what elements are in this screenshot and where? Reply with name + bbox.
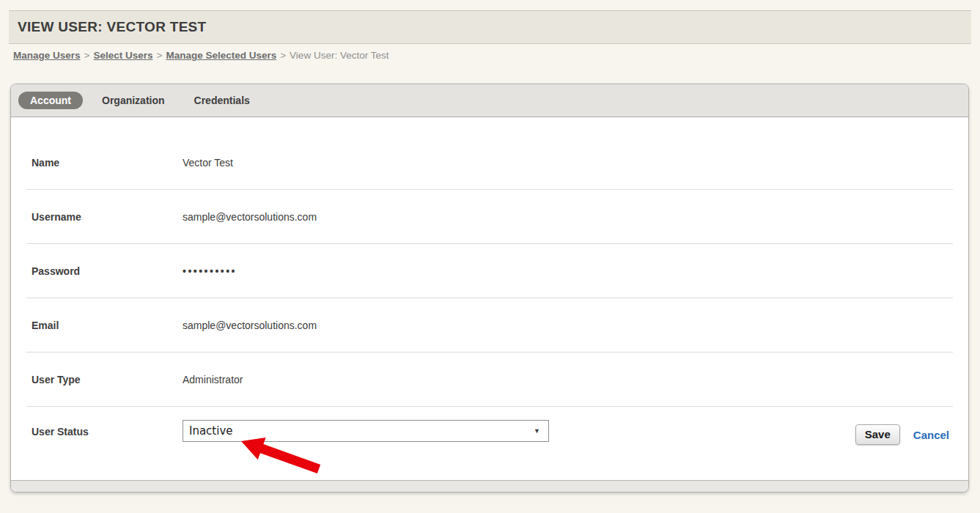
breadcrumb-link-manage-selected-users[interactable]: Manage Selected Users — [166, 50, 276, 61]
tab-bar: Account Organization Credentials — [11, 84, 968, 117]
account-form: Name Vector Test Username sample@vectors… — [11, 117, 968, 480]
email-label: Email — [32, 320, 183, 331]
username-value: sample@vectorsolutions.com — [183, 211, 317, 223]
tab-credentials[interactable]: Credentials — [180, 92, 265, 109]
field-row-email: Email sample@vectorsolutions.com — [26, 298, 953, 353]
user-type-label: User Type — [32, 374, 183, 385]
page: VIEW USER: VECTOR TEST Manage Users>Sele… — [0, 10, 980, 492]
name-label: Name — [32, 157, 183, 169]
user-type-value: Administrator — [183, 374, 243, 385]
email-value: sample@vectorsolutions.com — [183, 320, 317, 331]
red-arrow-annotation — [237, 437, 325, 478]
user-status-select[interactable]: Inactive ▼ — [183, 420, 549, 442]
page-title: VIEW USER: VECTOR TEST — [9, 19, 207, 35]
panel-footer — [11, 480, 968, 492]
field-row-user-status: User Status Inactive ▼ Save Cancel — [26, 407, 953, 480]
field-row-name: Name Vector Test — [26, 136, 953, 190]
user-status-selected-value: Inactive — [189, 424, 233, 438]
chevron-down-icon: ▼ — [534, 427, 540, 435]
breadcrumb: Manage Users>Select Users>Manage Selecte… — [13, 50, 971, 61]
form-actions: Save Cancel — [855, 424, 949, 445]
breadcrumb-current: View User: Vector Test — [290, 50, 388, 61]
user-status-label: User Status — [32, 426, 183, 438]
page-header: VIEW USER: VECTOR TEST — [9, 10, 971, 44]
password-masked-value: •••••••••• — [183, 265, 237, 277]
breadcrumb-link-select-users[interactable]: Select Users — [93, 50, 152, 61]
breadcrumb-separator: > — [157, 50, 163, 61]
field-row-username: Username sample@vectorsolutions.com — [26, 190, 953, 244]
tab-account[interactable]: Account — [18, 92, 83, 109]
tab-organization[interactable]: Organization — [87, 92, 180, 109]
name-value: Vector Test — [183, 157, 233, 169]
breadcrumb-link-manage-users[interactable]: Manage Users — [13, 50, 81, 61]
field-row-user-type: User Type Administrator — [26, 353, 953, 407]
cancel-link[interactable]: Cancel — [913, 429, 949, 441]
save-button[interactable]: Save — [855, 424, 900, 445]
username-label: Username — [32, 211, 183, 223]
password-label: Password — [32, 265, 183, 277]
user-detail-panel: Account Organization Credentials Name Ve… — [10, 84, 969, 492]
field-row-password: Password •••••••••• — [26, 244, 953, 298]
red-arrow-shape — [241, 438, 320, 473]
breadcrumb-separator: > — [280, 50, 286, 61]
breadcrumb-separator: > — [84, 50, 90, 61]
